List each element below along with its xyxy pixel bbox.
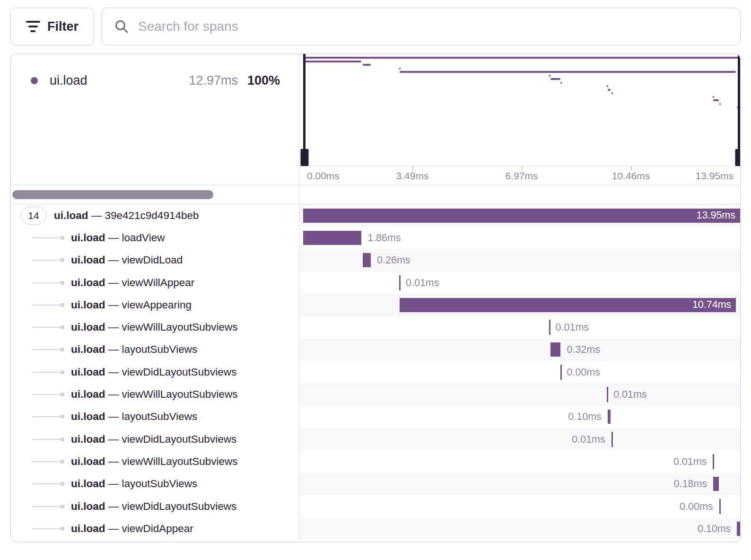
span-bar[interactable] bbox=[611, 432, 613, 447]
minimap-span-bar bbox=[399, 68, 401, 70]
minimap-right-grip[interactable] bbox=[735, 149, 741, 166]
scrollbar-thumb[interactable] bbox=[12, 190, 213, 199]
span-tree-cell: ui.load — layoutSubViews bbox=[11, 406, 299, 428]
span-row[interactable]: ui.load — viewWillLayoutSubviews 0.01ms bbox=[11, 316, 740, 338]
span-duration-label: 1.86ms bbox=[367, 232, 401, 244]
span-label[interactable]: ui.load — viewDidAppear bbox=[71, 523, 193, 535]
span-row[interactable]: ui.load — viewDidLayoutSubviews 0.00ms bbox=[11, 361, 740, 383]
minimap[interactable] bbox=[299, 54, 740, 166]
span-bar[interactable] bbox=[607, 387, 608, 402]
span-bar[interactable]: 13.95ms bbox=[303, 209, 740, 223]
span-bar[interactable] bbox=[608, 410, 611, 424]
span-bar-track: 13.95ms bbox=[303, 204, 740, 227]
minimap-span-bar bbox=[363, 64, 371, 66]
span-label[interactable]: ui.load — viewAppearing bbox=[71, 299, 192, 311]
span-row[interactable]: ui.load — viewWillLayoutSubviews 0.01ms bbox=[11, 450, 740, 472]
span-duration-label: 0.32ms bbox=[567, 344, 600, 356]
span-bar[interactable] bbox=[719, 499, 721, 514]
tree-connector-horizontal bbox=[32, 349, 61, 350]
minimap-right-handle[interactable] bbox=[738, 54, 740, 166]
filter-button-label: Filter bbox=[47, 19, 79, 34]
legend-dot bbox=[31, 77, 38, 84]
legend-item-ui-load[interactable]: ui.load 12.97ms 100% bbox=[31, 73, 280, 88]
span-op: ui.load bbox=[71, 254, 105, 266]
span-count-badge[interactable]: 14 bbox=[21, 207, 46, 225]
span-op: ui.load bbox=[71, 478, 105, 490]
span-op: ui.load bbox=[71, 366, 105, 378]
minimap-track bbox=[303, 54, 740, 166]
span-description: viewDidAppear bbox=[122, 523, 193, 534]
tree-connector-horizontal bbox=[32, 372, 61, 373]
minimap-span-bar bbox=[550, 78, 560, 80]
axis-tick-label: 6.97ms bbox=[506, 170, 538, 182]
span-label[interactable]: ui.load — layoutSubViews bbox=[71, 343, 197, 356]
tree-connector-dot bbox=[61, 303, 64, 307]
span-bar[interactable] bbox=[713, 477, 719, 491]
span-label[interactable]: ui.load — layoutSubViews bbox=[71, 478, 197, 490]
span-label[interactable]: ui.load — viewWillLayoutSubviews bbox=[71, 388, 238, 401]
span-rows: 14 ui.load — 39e421c9d4914beb 13.95ms ui… bbox=[11, 204, 740, 540]
span-row[interactable]: ui.load — viewDidLayoutSubviews 0.00ms bbox=[11, 495, 740, 517]
span-bar[interactable] bbox=[560, 365, 562, 380]
search-input[interactable] bbox=[138, 19, 728, 34]
span-label[interactable]: ui.load — viewDidLayoutSubviews bbox=[71, 366, 236, 378]
span-duration-label: 0.01ms bbox=[556, 322, 589, 333]
minimap-span-bar bbox=[713, 99, 719, 101]
span-description: layoutSubViews bbox=[122, 411, 198, 422]
span-op: ui.load bbox=[71, 232, 105, 244]
span-bar[interactable] bbox=[550, 342, 560, 357]
minimap-left-grip[interactable] bbox=[300, 149, 308, 166]
span-bar[interactable] bbox=[713, 454, 714, 469]
span-description: layoutSubViews bbox=[122, 343, 198, 355]
span-description: viewWillLayoutSubviews bbox=[122, 321, 238, 333]
span-bar[interactable] bbox=[549, 320, 550, 335]
span-op: ui.load bbox=[71, 500, 105, 512]
span-row[interactable]: ui.load — loadView 1.86ms bbox=[11, 227, 740, 249]
axis-tick-label: 0.00ms bbox=[307, 170, 340, 182]
filter-icon bbox=[26, 21, 40, 32]
span-label[interactable]: ui.load — viewDidLayoutSubviews bbox=[71, 433, 236, 446]
span-row[interactable]: ui.load — viewWillLayoutSubviews 0.01ms bbox=[11, 383, 740, 405]
minimap-panel: 0.00ms3.49ms6.97ms10.46ms13.95ms bbox=[299, 54, 740, 185]
span-row[interactable]: ui.load — layoutSubViews 0.18ms bbox=[11, 473, 740, 495]
span-row[interactable]: ui.load — layoutSubViews 0.32ms bbox=[11, 339, 740, 361]
span-row[interactable]: ui.load — layoutSubViews 0.10ms bbox=[11, 406, 740, 428]
span-bar-cell: 0.10ms bbox=[299, 406, 740, 428]
span-label[interactable]: ui.load — viewWillAppear bbox=[71, 277, 194, 289]
span-bar[interactable] bbox=[399, 275, 401, 290]
span-description: viewWillLayoutSubviews bbox=[122, 455, 238, 467]
span-bar-track: 0.01ms bbox=[303, 428, 740, 450]
span-row[interactable]: ui.load — viewWillAppear 0.01ms bbox=[11, 271, 740, 294]
minimap-left-handle[interactable] bbox=[303, 54, 306, 166]
tree-connector-horizontal bbox=[32, 305, 61, 306]
span-label[interactable]: ui.load — viewDidLayoutSubviews bbox=[71, 500, 236, 513]
span-description: viewAppearing bbox=[122, 299, 192, 311]
span-label[interactable]: ui.load — loadView bbox=[71, 232, 165, 244]
span-row[interactable]: ui.load — viewDidAppear 0.10ms bbox=[11, 517, 740, 540]
span-duration-label: 0.01ms bbox=[406, 277, 439, 289]
scrollbar-track[interactable] bbox=[11, 185, 299, 204]
span-tree-cell: ui.load — viewDidLayoutSubviews bbox=[11, 361, 299, 383]
span-bar-track: 10.74ms bbox=[303, 294, 740, 316]
trace-widget: ui.load 12.97ms 100% 0.00ms3.49ms6.97ms1… bbox=[10, 53, 741, 542]
span-bar-cell: 0.18ms bbox=[299, 473, 740, 495]
filter-button[interactable]: Filter bbox=[10, 8, 94, 45]
span-label[interactable]: ui.load — 39e421c9d4914beb bbox=[54, 210, 199, 222]
span-bar[interactable] bbox=[303, 231, 361, 245]
search-box[interactable] bbox=[102, 8, 741, 45]
span-bar[interactable] bbox=[737, 522, 740, 536]
span-row[interactable]: ui.load — viewAppearing 10.74ms bbox=[11, 294, 740, 316]
span-row[interactable]: ui.load — viewDidLoad 0.26ms bbox=[11, 249, 740, 271]
span-row[interactable]: ui.load — viewDidLayoutSubviews 0.01ms bbox=[11, 428, 740, 450]
span-label[interactable]: ui.load — viewWillLayoutSubviews bbox=[71, 321, 238, 333]
span-duration-label: 0.01ms bbox=[572, 433, 605, 445]
span-label[interactable]: ui.load — viewDidLoad bbox=[71, 254, 183, 266]
span-bar[interactable] bbox=[363, 253, 371, 267]
span-op: ui.load bbox=[71, 411, 105, 422]
span-row[interactable]: 14 ui.load — 39e421c9d4914beb 13.95ms bbox=[11, 204, 740, 227]
span-bar-cell: 0.32ms bbox=[299, 339, 740, 361]
span-bar[interactable]: 10.74ms bbox=[400, 298, 736, 312]
span-label[interactable]: ui.load — viewWillLayoutSubviews bbox=[71, 455, 238, 468]
span-label[interactable]: ui.load — layoutSubViews bbox=[71, 411, 197, 423]
span-op: ui.load bbox=[71, 523, 105, 534]
